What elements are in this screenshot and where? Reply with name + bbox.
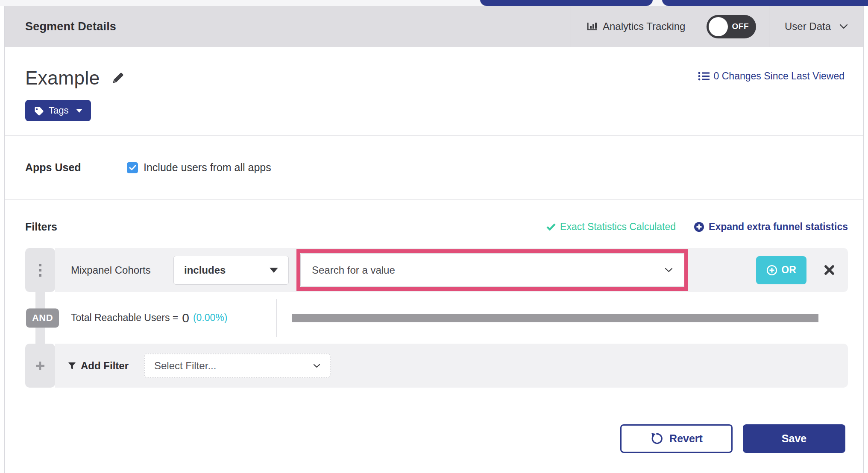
or-button-label: OR [781, 264, 796, 276]
operator-value: includes [184, 264, 226, 276]
apps-used-label: Apps Used [25, 161, 106, 174]
analytics-tracking-label: Analytics Tracking [603, 20, 685, 32]
apps-used-section: Apps Used Include users from all apps [5, 136, 863, 200]
revert-button[interactable]: Revert [620, 424, 733, 453]
plus-circle-icon [766, 265, 777, 276]
value-search-placeholder: Search for a value [312, 264, 395, 276]
tag-icon [34, 106, 44, 116]
expand-funnel-statistics-link[interactable]: Expand extra funnel statistics [694, 221, 848, 233]
filter-drag-handle[interactable] [25, 248, 55, 292]
caret-down-icon [76, 109, 82, 113]
chevron-down-icon [665, 268, 673, 272]
reachable-users-bar [277, 314, 848, 322]
changes-since-last-viewed-link[interactable]: 0 Changes Since Last Viewed [698, 70, 845, 82]
analytics-tracking-toggle[interactable]: OFF [707, 15, 756, 38]
toggle-knob [709, 17, 728, 36]
save-button[interactable]: Save [743, 424, 845, 453]
save-button-label: Save [782, 432, 806, 445]
chevron-down-icon [839, 24, 848, 29]
add-or-condition-button[interactable]: OR [756, 256, 806, 284]
include-all-apps-option[interactable]: Include users from all apps [127, 161, 271, 174]
reachable-users-bar-track [292, 314, 818, 322]
plus-circle-icon [694, 222, 704, 232]
check-icon [546, 223, 556, 231]
exact-statistics-label: Exact Statistics Calculated [560, 221, 676, 233]
caret-down-icon [270, 268, 278, 273]
plus-icon [35, 361, 45, 371]
expand-funnel-statistics-label: Expand extra funnel statistics [709, 221, 848, 233]
bar-chart-icon [586, 20, 598, 33]
revert-button-label: Revert [669, 432, 703, 445]
add-filter-gutter[interactable] [25, 344, 55, 388]
total-reachable-users: Total Reachable Users = 0 (0.00%) [55, 299, 277, 337]
panel-title: Segment Details [5, 6, 571, 47]
panel-header: Segment Details Analytics Tracking OFF U… [5, 6, 863, 47]
tags-button-label: Tags [49, 105, 68, 116]
user-data-label: User Data [785, 20, 831, 32]
remove-filter-button[interactable] [824, 264, 835, 276]
and-badge: AND [26, 308, 59, 327]
filters-title: Filters [25, 221, 546, 233]
changes-link-label: 0 Changes Since Last Viewed [714, 70, 845, 82]
tags-button[interactable]: Tags [25, 100, 91, 121]
total-reachable-users-value: 0 [182, 311, 189, 325]
filter-name: Mixpanel Cohorts [71, 264, 161, 276]
include-all-apps-checkbox[interactable] [127, 162, 138, 173]
segment-details-panel: Segment Details Analytics Tracking OFF U… [4, 6, 864, 473]
filter-row: Mixpanel Cohorts includes Search for a v… [25, 248, 848, 292]
analytics-tracking-section: Analytics Tracking OFF [571, 6, 769, 47]
segment-name: Example [25, 67, 100, 89]
segment-title-section: Example Tags [5, 47, 863, 136]
pencil-icon[interactable] [111, 71, 125, 85]
filters-section: Filters Exact Statistics Calculated [5, 200, 863, 413]
exact-statistics-status: Exact Statistics Calculated [546, 221, 676, 233]
top-strip [0, 0, 868, 6]
annotation-highlight-box: Search for a value [296, 249, 688, 291]
funnel-icon [68, 362, 76, 370]
cutoff-button-left[interactable] [480, 0, 653, 6]
value-search-dropdown[interactable]: Search for a value [300, 253, 684, 287]
revert-icon [650, 432, 663, 445]
total-reachable-users-label: Total Reachable Users = [71, 312, 178, 324]
toggle-state-label: OFF [732, 15, 749, 38]
user-data-dropdown[interactable]: User Data [769, 6, 863, 47]
add-filter-label: Add Filter [81, 360, 129, 372]
add-filter-label-group: Add Filter [68, 360, 129, 372]
cutoff-button-right[interactable] [662, 0, 868, 6]
select-filter-dropdown[interactable]: Select Filter... [144, 353, 331, 378]
list-icon [698, 71, 710, 81]
total-reachable-users-percent: (0.00%) [193, 312, 228, 324]
select-filter-placeholder: Select Filter... [154, 360, 216, 372]
drag-handle-icon [39, 264, 41, 277]
footer-actions: Revert Save [5, 413, 863, 473]
add-filter-row: Add Filter Select Filter... [25, 344, 848, 388]
and-summary-row: AND Total Reachable Users = 0 (0.00%) [25, 292, 848, 344]
chevron-down-icon [313, 364, 320, 368]
include-all-apps-label: Include users from all apps [144, 161, 271, 174]
operator-dropdown[interactable]: includes [173, 256, 289, 285]
